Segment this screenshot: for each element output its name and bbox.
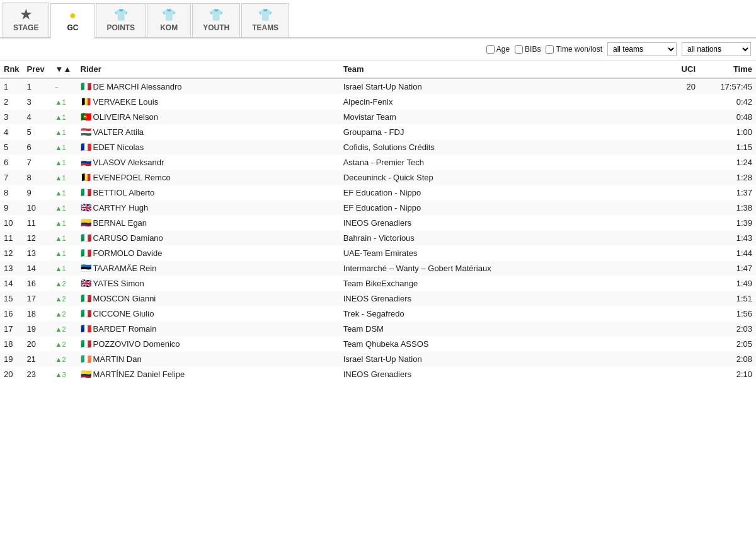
cell-trend: ▲2 <box>52 291 77 306</box>
cell-trend: ▲1 <box>52 139 77 154</box>
cell-uci <box>668 336 699 351</box>
cell-rider: 🇮🇹CICCONE Giulio <box>77 306 340 321</box>
cell-rnk: 19 <box>0 351 23 366</box>
table-row: 6 7 ▲1 🇷🇺VLASOV Aleksandr Astana - Premi… <box>0 154 756 170</box>
flag-icon: 🇧🇪 <box>81 96 91 107</box>
time-filter-label[interactable]: Time won/lost <box>546 45 602 54</box>
cell-team: Groupama - FDJ <box>340 124 668 139</box>
filter-bar: Age BIBs Time won/lost all teams all nat… <box>0 38 756 61</box>
bibs-filter-label[interactable]: BIBs <box>515 45 541 54</box>
tab-stage[interactable]: ★STAGE <box>3 3 49 37</box>
cell-time: 1:47 <box>699 260 756 276</box>
cell-team: Deceuninck - Quick Step <box>340 170 668 185</box>
cell-rider: 🇮🇹CARUSO Damiano <box>77 230 340 245</box>
cell-prev: 21 <box>23 351 52 366</box>
cell-prev: 3 <box>23 94 52 109</box>
cell-uci <box>668 185 699 200</box>
cell-team: INEOS Grenadiers <box>340 291 668 306</box>
flag-icon: 🇮🇹 <box>81 339 91 349</box>
cell-team: Team DSM <box>340 321 668 336</box>
cell-trend: ▲3 <box>52 366 77 381</box>
time-checkbox[interactable] <box>546 45 554 54</box>
bibs-label: BIBs <box>525 45 541 54</box>
cell-rnk: 1 <box>0 78 23 94</box>
cell-team: UAE-Team Emirates <box>340 245 668 260</box>
cell-prev: 7 <box>23 154 52 170</box>
teams-select[interactable]: all teams <box>607 42 677 56</box>
cell-team: Alpecin-Fenix <box>340 94 668 109</box>
cell-trend: ▲2 <box>52 351 77 366</box>
cell-uci <box>668 321 699 336</box>
cell-trend: ▲2 <box>52 306 77 321</box>
cell-prev: 6 <box>23 139 52 154</box>
cell-uci <box>668 351 699 366</box>
cell-team: Movistar Team <box>340 109 668 124</box>
cell-rnk: 18 <box>0 336 23 351</box>
cell-rider: 🇭🇺VALTER Attila <box>77 124 340 139</box>
cell-trend: ▲1 <box>52 185 77 200</box>
age-filter-label[interactable]: Age <box>486 45 510 54</box>
cell-uci <box>668 291 699 306</box>
cell-rider: 🇫🇷BARDET Romain <box>77 321 340 336</box>
cell-rnk: 15 <box>0 291 23 306</box>
cell-rider: 🇮🇹DE MARCHI Alessandro <box>77 78 340 94</box>
youth-icon: 👕 <box>209 8 223 22</box>
cell-prev: 20 <box>23 336 52 351</box>
cell-time: 1:38 <box>699 200 756 215</box>
cell-time: 1:28 <box>699 170 756 185</box>
cell-time: 1:56 <box>699 306 756 321</box>
flag-icon: 🇮🇪 <box>81 354 91 364</box>
table-row: 17 19 ▲2 🇫🇷BARDET Romain Team DSM 2:03 <box>0 321 756 336</box>
col-header-uci[interactable]: UCI <box>668 61 699 78</box>
cell-team: Israel Start-Up Nation <box>340 351 668 366</box>
col-header-time[interactable]: Time <box>699 61 756 78</box>
cell-time: 2:03 <box>699 321 756 336</box>
flag-icon: 🇮🇹 <box>81 293 91 303</box>
cell-rnk: 10 <box>0 215 23 230</box>
table-header-row: Rnk Prev ▼▲ Rider Team UCI Time <box>0 61 756 78</box>
cell-prev: 17 <box>23 291 52 306</box>
nations-select[interactable]: all nations <box>682 42 751 56</box>
tab-youth[interactable]: 👕YOUTH <box>192 3 240 37</box>
col-header-trend[interactable]: ▼▲ <box>52 61 77 78</box>
cell-trend: ▲2 <box>52 336 77 351</box>
cell-rider: 🇪🇪TAARAMÄE Rein <box>77 260 340 276</box>
col-header-prev[interactable]: Prev <box>23 61 52 78</box>
table-row: 20 23 ▲3 🇨🇴MARTÍNEZ Daniel Felipe INEOS … <box>0 366 756 381</box>
tab-kom[interactable]: 👕KOM <box>147 3 191 37</box>
cell-rider: 🇬🇧YATES Simon <box>77 276 340 291</box>
flag-icon: 🇷🇺 <box>81 157 91 167</box>
tab-teams[interactable]: 👕TEAMS <box>241 3 289 37</box>
flag-icon: 🇮🇹 <box>81 81 91 91</box>
cell-rnk: 11 <box>0 230 23 245</box>
cell-rider: 🇬🇧CARTHY Hugh <box>77 200 340 215</box>
cell-trend: - <box>52 78 77 94</box>
table-row: 18 20 ▲2 🇮🇹POZZOVIVO Domenico Team Qhube… <box>0 336 756 351</box>
col-header-team[interactable]: Team <box>340 61 668 78</box>
cell-rider: 🇫🇷EDET Nicolas <box>77 139 340 154</box>
col-header-rnk[interactable]: Rnk <box>0 61 23 78</box>
cell-prev: 11 <box>23 215 52 230</box>
cell-time: 1:51 <box>699 291 756 306</box>
cell-prev: 16 <box>23 276 52 291</box>
table-row: 1 1 - 🇮🇹DE MARCHI Alessandro Israel Star… <box>0 78 756 94</box>
table-row: 5 6 ▲1 🇫🇷EDET Nicolas Cofidis, Solutions… <box>0 139 756 154</box>
col-header-rider[interactable]: Rider <box>77 61 340 78</box>
cell-rider: 🇧🇪EVENEPOEL Remco <box>77 170 340 185</box>
age-checkbox[interactable] <box>486 45 495 54</box>
cell-prev: 8 <box>23 170 52 185</box>
cell-prev: 1 <box>23 78 52 94</box>
cell-rnk: 14 <box>0 276 23 291</box>
cell-time: 1:24 <box>699 154 756 170</box>
cell-trend: ▲1 <box>52 109 77 124</box>
cell-team: Trek - Segafredo <box>340 306 668 321</box>
flag-icon: 🇬🇧 <box>81 202 91 212</box>
cell-rnk: 8 <box>0 185 23 200</box>
tab-points[interactable]: 👕POINTS <box>96 3 146 37</box>
bibs-checkbox[interactable] <box>515 45 523 54</box>
tab-gc[interactable]: ●GC <box>50 3 94 38</box>
tab-label-gc: GC <box>67 23 78 32</box>
kom-icon: 👕 <box>162 8 176 22</box>
cell-trend: ▲1 <box>52 230 77 245</box>
cell-trend: ▲2 <box>52 276 77 291</box>
